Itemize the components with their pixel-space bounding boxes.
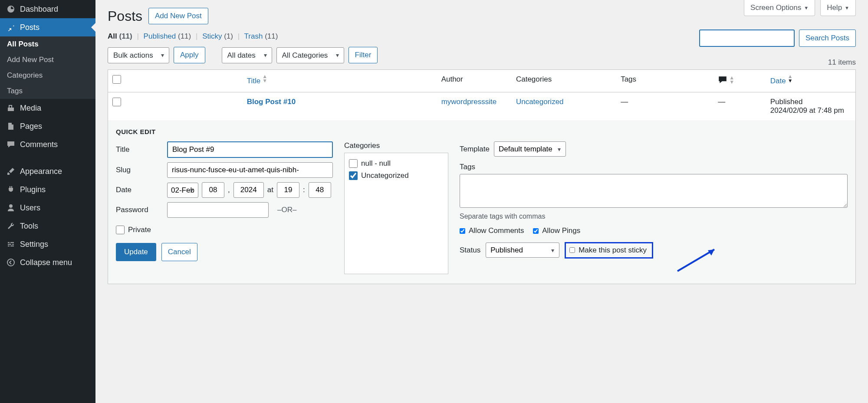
minute-input[interactable]	[309, 182, 331, 198]
sidebar-item-label: Collapse menu	[20, 258, 72, 267]
media-icon	[6, 103, 16, 113]
help-button[interactable]: Help▼	[820, 0, 856, 16]
category-filter-select[interactable]: All Categories	[276, 47, 344, 63]
password-label: Password	[116, 206, 163, 214]
slug-label: Slug	[116, 166, 163, 174]
sidebar-item-tags[interactable]: Tags	[0, 83, 95, 99]
chevron-down-icon: ▼	[845, 5, 849, 10]
sidebar-item-posts[interactable]: Posts	[0, 18, 95, 36]
sidebar-item-all-posts[interactable]: All Posts	[0, 36, 95, 52]
pages-icon	[6, 121, 16, 131]
allow-pings-option[interactable]: Allow Pings	[533, 226, 580, 235]
sidebar-item-label: Pages	[20, 122, 42, 131]
sidebar-item-label: Users	[20, 203, 40, 213]
sort-icon: ▲▼	[262, 74, 267, 83]
view-all[interactable]: All (11)	[108, 32, 132, 40]
sidebar-item-label: Posts	[20, 23, 39, 32]
comment-icon	[6, 140, 16, 149]
category-checkbox[interactable]	[349, 171, 358, 180]
author-link[interactable]: mywordpresssite	[441, 98, 497, 106]
category-item[interactable]: Uncategorized	[349, 170, 444, 182]
row-checkbox[interactable]	[112, 98, 121, 106]
sidebar-item-categories[interactable]: Categories	[0, 68, 95, 83]
date-cell: Published2024/02/09 at 7:48 pm	[766, 92, 856, 121]
user-icon	[6, 203, 16, 213]
sticky-option[interactable]: Make this post sticky	[565, 242, 653, 259]
column-tags: Tags	[616, 70, 713, 92]
svg-line-1	[677, 249, 714, 271]
year-input[interactable]	[233, 182, 264, 198]
sidebar-item-collapse[interactable]: Collapse menu	[0, 253, 95, 272]
svg-point-0	[7, 259, 14, 266]
allow-comments-checkbox[interactable]	[460, 228, 465, 234]
post-title-link[interactable]: Blog Post #10	[247, 98, 296, 106]
slug-input[interactable]	[167, 162, 333, 178]
category-checklist: null - null Uncategorized	[344, 153, 448, 274]
column-comments[interactable]: ▲▼	[713, 70, 766, 92]
allow-pings-checkbox[interactable]	[533, 228, 539, 234]
apply-button[interactable]: Apply	[174, 47, 205, 63]
sidebar-item-media[interactable]: Media	[0, 99, 95, 117]
tags-textarea[interactable]	[460, 174, 848, 208]
sort-icon: ▲▼	[729, 75, 734, 84]
template-label: Template	[460, 145, 490, 154]
date-filter-select[interactable]: All dates	[222, 47, 272, 63]
category-link[interactable]: Uncategorized	[516, 98, 564, 106]
update-button[interactable]: Update	[116, 243, 156, 261]
sidebar-item-appearance[interactable]: Appearance	[0, 162, 95, 180]
bulk-actions-select[interactable]: Bulk actions	[108, 47, 169, 63]
select-all-checkbox[interactable]	[112, 75, 121, 84]
brush-icon	[6, 167, 16, 176]
view-published[interactable]: Published	[144, 32, 176, 40]
status-label: Status	[460, 246, 480, 255]
search-posts-button[interactable]: Search Posts	[799, 29, 856, 47]
column-author: Author	[437, 70, 512, 92]
column-date[interactable]: Date▲▼	[766, 70, 856, 92]
sidebar-submenu-posts: All Posts Add New Post Categories Tags	[0, 36, 95, 99]
sidebar-item-plugins[interactable]: Plugins	[0, 180, 95, 199]
sliders-icon	[6, 239, 16, 249]
sidebar-item-tools[interactable]: Tools	[0, 217, 95, 235]
tags-cell: —	[616, 92, 713, 121]
dashboard-icon	[6, 4, 16, 14]
view-sticky[interactable]: Sticky	[202, 32, 222, 40]
collapse-icon	[6, 258, 16, 267]
category-checkbox[interactable]	[349, 159, 358, 168]
sidebar-item-add-new-post[interactable]: Add New Post	[0, 52, 95, 68]
chevron-down-icon: ▼	[804, 5, 809, 10]
allow-comments-option[interactable]: Allow Comments	[460, 226, 524, 235]
month-select[interactable]: 02-Feb	[167, 183, 198, 198]
sidebar-item-comments[interactable]: Comments	[0, 135, 95, 154]
title-input[interactable]	[167, 141, 333, 158]
sidebar-item-settings[interactable]: Settings	[0, 235, 95, 253]
cancel-button[interactable]: Cancel	[161, 243, 197, 261]
password-input[interactable]	[167, 202, 269, 218]
category-item[interactable]: null - null	[349, 157, 444, 170]
sidebar-item-label: Settings	[20, 240, 48, 249]
annotation-arrow	[673, 245, 721, 278]
items-count: 11 items	[828, 58, 856, 67]
day-input[interactable]	[202, 182, 224, 198]
sort-icon: ▲▼	[788, 74, 793, 83]
template-select[interactable]: Default template	[494, 141, 566, 157]
view-trash[interactable]: Trash	[244, 32, 263, 40]
sidebar-item-label: Plugins	[20, 185, 46, 194]
tags-label: Tags	[460, 163, 848, 171]
sticky-checkbox[interactable]	[569, 247, 575, 253]
sidebar-item-pages[interactable]: Pages	[0, 117, 95, 135]
hour-input[interactable]	[277, 182, 299, 198]
sidebar-item-users[interactable]: Users	[0, 199, 95, 217]
screen-options-button[interactable]: Screen Options▼	[744, 0, 815, 16]
at-label: at	[267, 186, 273, 194]
search-input[interactable]	[699, 29, 795, 47]
sidebar-item-dashboard[interactable]: Dashboard	[0, 0, 95, 18]
admin-sidebar: Dashboard Posts All Posts Add New Post C…	[0, 0, 95, 403]
private-checkbox[interactable]	[116, 226, 125, 234]
status-select[interactable]: Published	[486, 242, 559, 258]
filter-button[interactable]: Filter	[349, 47, 378, 63]
plug-icon	[6, 185, 16, 194]
title-label: Title	[116, 145, 163, 154]
private-label: Private	[128, 226, 151, 234]
add-new-post-button[interactable]: Add New Post	[148, 8, 208, 24]
column-title[interactable]: Title▲▼	[243, 70, 437, 92]
